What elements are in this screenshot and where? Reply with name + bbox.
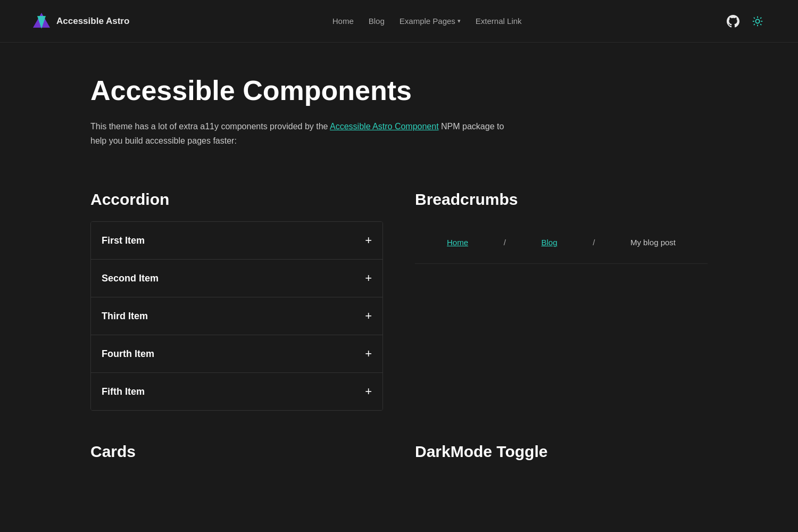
- breadcrumbs-section: Breadcrumbs Home / Blog / My blog post: [415, 190, 708, 411]
- breadcrumbs-title: Breadcrumbs: [415, 190, 708, 209]
- cards-section: Cards: [90, 443, 383, 473]
- breadcrumb-separator-2: /: [593, 238, 595, 247]
- nav-link-external[interactable]: External Link: [476, 16, 522, 26]
- sun-icon: [752, 15, 763, 27]
- github-icon[interactable]: [725, 13, 742, 30]
- accordion-item-4: Fourth Item +: [91, 335, 383, 373]
- nav-logo-text: Accessible Astro: [56, 16, 129, 27]
- accordion-title: Accordion: [90, 190, 383, 209]
- darkmode-section: DarkMode Toggle: [415, 443, 708, 473]
- svg-line-9: [760, 17, 761, 18]
- accordion-item-2: Second Item +: [91, 260, 383, 297]
- accordion-expand-icon-4: +: [365, 347, 372, 361]
- chevron-down-icon: ▾: [458, 18, 461, 24]
- bottom-sections: Cards DarkMode Toggle: [90, 443, 708, 532]
- accordion-item-5: Fifth Item +: [91, 373, 383, 410]
- page-description: This theme has a lot of extra a11y compo…: [90, 119, 505, 148]
- svg-line-10: [754, 24, 755, 25]
- accordion-button-2[interactable]: Second Item +: [91, 260, 383, 297]
- breadcrumb-nav: Home / Blog / My blog post: [415, 221, 708, 264]
- accordion-button-3[interactable]: Third Item +: [91, 297, 383, 335]
- breadcrumb-current: My blog post: [630, 238, 676, 247]
- page-title: Accessible Components: [90, 74, 708, 106]
- accordion-expand-icon-2: +: [365, 271, 372, 285]
- page-header: Accessible Components This theme has a l…: [90, 43, 708, 169]
- accordion-button-5[interactable]: Fifth Item +: [91, 373, 383, 410]
- nav-icon-group: [725, 13, 766, 30]
- nav-link-home[interactable]: Home: [332, 16, 354, 26]
- cards-title: Cards: [90, 443, 383, 461]
- accordion-expand-icon-3: +: [365, 309, 372, 323]
- main-content: Accessible Components This theme has a l…: [59, 43, 739, 532]
- darkmode-title: DarkMode Toggle: [415, 443, 708, 461]
- logo-icon: [32, 12, 51, 31]
- nav-logo[interactable]: Accessible Astro: [32, 12, 129, 31]
- npm-package-link[interactable]: Accessible Astro Component: [330, 122, 439, 131]
- components-grid: Accordion First Item + Second Item +: [90, 190, 708, 432]
- accordion-expand-icon-1: +: [365, 234, 372, 247]
- breadcrumb-separator-1: /: [504, 238, 506, 247]
- svg-point-2: [755, 19, 759, 23]
- accordion-expand-icon-5: +: [365, 385, 372, 398]
- nav-link-example-pages[interactable]: Example Pages ▾: [400, 16, 461, 26]
- svg-line-8: [760, 24, 761, 25]
- theme-toggle-button[interactable]: [749, 13, 766, 30]
- nav-link-blog[interactable]: Blog: [369, 16, 385, 26]
- main-nav: Accessible Astro Home Blog Example Pages…: [0, 0, 798, 43]
- breadcrumb-link-home[interactable]: Home: [447, 238, 468, 247]
- breadcrumb-link-blog[interactable]: Blog: [541, 238, 557, 247]
- accordion-item-3: Third Item +: [91, 297, 383, 335]
- accordion-section: Accordion First Item + Second Item +: [90, 190, 383, 411]
- svg-line-7: [754, 17, 755, 18]
- nav-links: Home Blog Example Pages ▾ External Link: [332, 16, 522, 26]
- accordion-button-1[interactable]: First Item +: [91, 222, 383, 259]
- accordion: First Item + Second Item + Third Item +: [90, 221, 383, 411]
- accordion-button-4[interactable]: Fourth Item +: [91, 335, 383, 372]
- accordion-item-1: First Item +: [91, 222, 383, 260]
